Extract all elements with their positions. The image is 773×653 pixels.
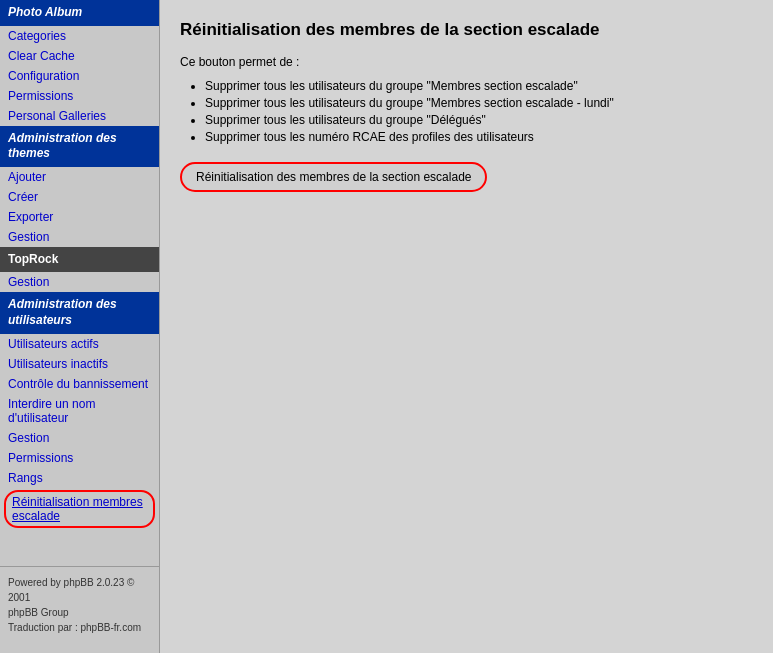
bullet-item: Supprimer tous les utilisateurs du group…	[205, 96, 753, 110]
sidebar-footer: Powered by phpBB 2.0.23 © 2001phpBB Grou…	[0, 566, 159, 643]
sidebar-section-header: Administration des utilisateurs	[0, 292, 159, 333]
sidebar-link[interactable]: Créer	[0, 187, 159, 207]
sidebar-link[interactable]: Rangs	[0, 468, 159, 488]
sidebar-link[interactable]: Personal Galleries	[0, 106, 159, 126]
sidebar-link[interactable]: Clear Cache	[0, 46, 159, 66]
sidebar-link[interactable]: Contrôle du bannissement	[0, 374, 159, 394]
bullet-item: Supprimer tous les utilisateurs du group…	[205, 113, 753, 127]
reinitialisation-button[interactable]: Réinitialisation des membres de la secti…	[180, 162, 487, 192]
sidebar-link[interactable]: Utilisateurs inactifs	[0, 354, 159, 374]
sidebar: Photo AlbumCategoriesClear CacheConfigur…	[0, 0, 160, 653]
description-text: Ce bouton permet de :	[180, 55, 753, 69]
sidebar-link[interactable]: Configuration	[0, 66, 159, 86]
main-content: Réinitialisation des membres de la secti…	[160, 0, 773, 653]
bullet-item: Supprimer tous les utilisateurs du group…	[205, 79, 753, 93]
sidebar-link[interactable]: Interdire un nom d'utilisateur	[0, 394, 159, 428]
sidebar-section-header: TopRock	[0, 247, 159, 273]
sidebar-link[interactable]: Réinitialisation membres escalade	[4, 490, 155, 528]
sidebar-link[interactable]: Gestion	[0, 272, 159, 292]
sidebar-link[interactable]: Permissions	[0, 86, 159, 106]
sidebar-link[interactable]: Exporter	[0, 207, 159, 227]
bullet-list: Supprimer tous les utilisateurs du group…	[205, 79, 753, 144]
sidebar-section-header: Administration des themes	[0, 126, 159, 167]
sidebar-link[interactable]: Ajouter	[0, 167, 159, 187]
sidebar-link[interactable]: Permissions	[0, 448, 159, 468]
bullet-item: Supprimer tous les numéro RCAE des profi…	[205, 130, 753, 144]
sidebar-link[interactable]: Utilisateurs actifs	[0, 334, 159, 354]
sidebar-link[interactable]: Categories	[0, 26, 159, 46]
sidebar-link[interactable]: Gestion	[0, 227, 159, 247]
page-title: Réinitialisation des membres de la secti…	[180, 20, 753, 40]
sidebar-link[interactable]: Gestion	[0, 428, 159, 448]
action-button-container: Réinitialisation des membres de la secti…	[180, 162, 753, 192]
sidebar-section-header: Photo Album	[0, 0, 159, 26]
